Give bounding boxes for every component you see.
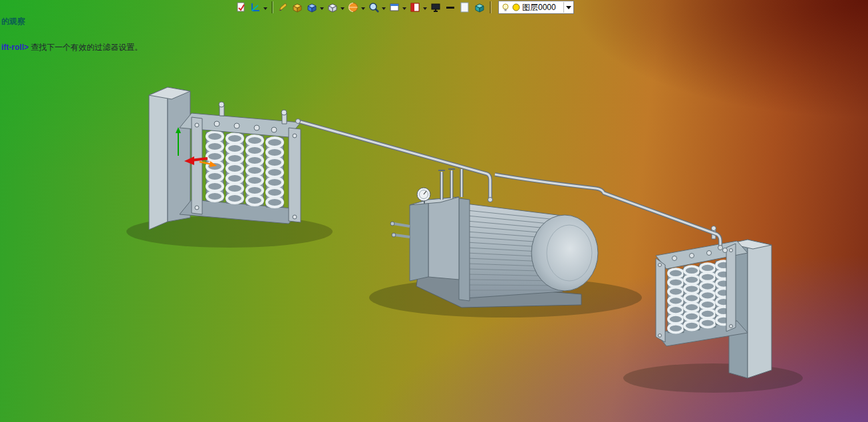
display-monitor-icon[interactable]: [429, 1, 442, 14]
pump-motor-unit[interactable]: [390, 168, 598, 308]
zoom-icon[interactable]: [367, 1, 380, 14]
layer-combobox[interactable]: 图层0000: [498, 1, 574, 14]
chevron-down-icon: [566, 6, 571, 12]
render-sphere-icon[interactable]: [347, 1, 360, 14]
dropdown-arrow-icon[interactable]: [361, 7, 365, 12]
dropdown-arrow-icon[interactable]: [341, 7, 345, 12]
command-line-2: ift-roll> 查找下一个有效的过滤器设置。: [1, 43, 142, 52]
viewport-3d[interactable]: [0, 0, 868, 422]
light-bulb-icon[interactable]: [501, 3, 510, 12]
pump-valve-pipes: [438, 168, 465, 200]
sketch-pencil-icon[interactable]: [276, 1, 289, 14]
pump-handles: [390, 222, 410, 237]
right-roller-assembly[interactable]: [656, 226, 772, 379]
shaded-cube-icon[interactable]: [305, 1, 319, 14]
dropdown-arrow-icon[interactable]: [402, 7, 406, 12]
blank-page-icon[interactable]: [458, 1, 472, 14]
command-prompt: ift-roll>: [1, 43, 29, 52]
line-width-icon[interactable]: [444, 1, 457, 14]
viewport-layout-icon[interactable]: [408, 1, 422, 14]
coordinate-system-icon[interactable]: [249, 1, 262, 14]
cad-application-window: { "command_bar": { "line1": "的观察", "line…: [0, 0, 868, 422]
dropdown-arrow-icon[interactable]: [382, 7, 386, 12]
layer-dropdown-button[interactable]: [563, 2, 573, 13]
left-roller-assembly[interactable]: [149, 87, 301, 230]
solid-box-icon[interactable]: [291, 1, 304, 14]
wireframe-cube-icon[interactable]: [326, 1, 339, 14]
command-line-1: 的观察: [1, 17, 142, 26]
dropdown-arrow-icon[interactable]: [423, 7, 427, 12]
layer-color-dot: [512, 3, 520, 11]
material-cube-icon[interactable]: [473, 1, 486, 14]
dropdown-arrow-icon[interactable]: [320, 7, 324, 12]
toolbar-divider: [490, 1, 491, 13]
command-message: 查找下一个有效的过滤器设置。: [29, 43, 142, 52]
dropdown-arrow-icon[interactable]: [263, 7, 267, 12]
annotate-icon[interactable]: [234, 1, 247, 14]
layer-name: 图层0000: [522, 2, 561, 13]
view-window-icon[interactable]: [388, 1, 401, 14]
motor-end-cap: [531, 215, 598, 291]
command-line-area: 的观察 ift-roll> 查找下一个有效的过滤器设置。: [1, 0, 142, 61]
view-toolbar: 图层0000: [234, 0, 574, 15]
toolbar-divider: [271, 1, 273, 13]
